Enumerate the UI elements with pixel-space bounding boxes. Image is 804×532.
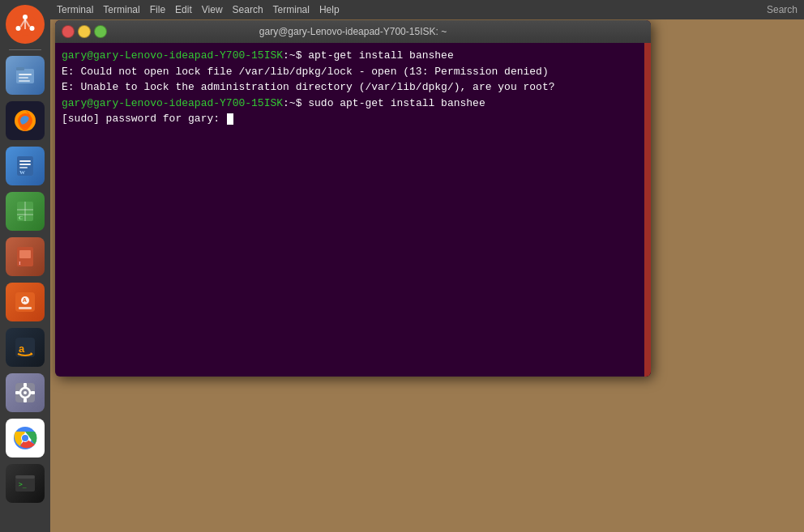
terminal-content[interactable]: gary@gary-Lenovo-ideapad-Y700-15ISK:~$ a… (55, 43, 651, 377)
launcher-icon-ubuntu[interactable] (6, 5, 45, 44)
prompt-1: gary@gary-Lenovo-ideapad-Y700-15ISK (62, 49, 283, 62)
launcher-icon-amazon[interactable]: a (6, 328, 45, 367)
terminal-scrollbar-thumb[interactable] (644, 43, 651, 377)
svg-rect-5 (16, 67, 24, 70)
launcher-icon-impress[interactable]: I (6, 237, 45, 276)
prompt-sep-1: :~$ (283, 49, 302, 62)
svg-rect-6 (19, 74, 32, 75)
launcher-icon-files[interactable] (6, 56, 45, 95)
terminal-titlebar: gary@gary-Lenovo-ideapad-Y700-15ISK: ~ (55, 20, 651, 43)
menu-terminal-app[interactable]: Terminal (57, 4, 93, 15)
menu-edit[interactable]: Edit (175, 4, 192, 15)
launcher-icon-chrome[interactable] (6, 419, 45, 458)
terminal-line-3: E: Unable to lock the administration dir… (62, 79, 644, 96)
terminal-line-4: gary@gary-Lenovo-ideapad-Y700-15ISK:~$ s… (62, 96, 644, 112)
menubar: Terminal Terminal File Edit View Search … (50, 0, 804, 19)
terminal-cursor (227, 113, 233, 125)
menu-terminal[interactable]: Terminal (103, 4, 139, 15)
launcher-icon-writer[interactable]: W (6, 147, 45, 185)
close-button[interactable] (62, 25, 75, 38)
cmd-2: sudo apt-get install banshee (302, 97, 485, 109)
svg-rect-44 (15, 475, 35, 479)
launcher-icon-software[interactable]: A (6, 283, 45, 321)
menu-terminal2[interactable]: Terminal (273, 4, 310, 15)
terminal-scrollbar[interactable] (644, 43, 651, 377)
svg-rect-28 (19, 307, 32, 309)
svg-rect-15 (19, 164, 31, 165)
svg-text:I: I (19, 260, 21, 266)
prompt-2: gary@gary-Lenovo-ideapad-Y700-15ISK (62, 97, 283, 109)
svg-text:>_: >_ (19, 481, 27, 488)
error-2: E: Unable to lock the administration dir… (62, 79, 644, 96)
svg-text:A: A (23, 296, 27, 304)
svg-rect-38 (31, 391, 35, 394)
launcher-separator (9, 49, 41, 50)
launcher: W C I (0, 0, 50, 532)
svg-point-1 (23, 15, 28, 19)
svg-rect-37 (15, 391, 19, 394)
svg-rect-24 (19, 250, 31, 258)
svg-point-2 (30, 26, 35, 31)
svg-point-34 (24, 391, 27, 394)
terminal-line-2: E: Could not open lock file /var/lib/dpk… (62, 64, 644, 80)
terminal-window: gary@gary-Lenovo-ideapad-Y700-15ISK: ~ g… (55, 20, 651, 377)
svg-rect-35 (24, 383, 27, 387)
svg-rect-14 (19, 160, 31, 162)
terminal-line-5: [sudo] password for gary: (62, 111, 644, 127)
svg-text:a: a (19, 343, 25, 355)
svg-rect-7 (19, 77, 28, 79)
svg-point-3 (16, 26, 21, 31)
password-prompt: [sudo] password for gary: (62, 113, 226, 125)
launcher-icon-calc[interactable]: C (6, 192, 45, 231)
svg-text:W: W (19, 169, 25, 176)
maximize-button[interactable] (94, 25, 107, 38)
svg-rect-8 (19, 80, 30, 82)
search-label[interactable]: Search (767, 4, 798, 15)
terminal-title: gary@gary-Lenovo-ideapad-Y700-15ISK: ~ (259, 26, 447, 37)
svg-point-42 (22, 435, 28, 441)
minimize-button[interactable] (78, 25, 91, 38)
launcher-icon-system[interactable] (6, 373, 45, 412)
error-1: E: Could not open lock file /var/lib/dpk… (62, 64, 644, 80)
svg-text:C: C (19, 215, 23, 221)
svg-rect-16 (19, 167, 28, 168)
terminal-line-1: gary@gary-Lenovo-ideapad-Y700-15ISK:~$ a… (62, 48, 644, 64)
cmd-1: apt-get install banshee (302, 49, 453, 62)
menu-file[interactable]: File (150, 4, 165, 15)
launcher-icon-terminal[interactable]: >_ (6, 464, 45, 503)
menu-search[interactable]: Search (233, 4, 263, 15)
menu-help[interactable]: Help (319, 4, 340, 15)
launcher-icon-firefox[interactable] (6, 101, 45, 140)
menu-view[interactable]: View (202, 4, 223, 15)
svg-rect-36 (24, 398, 27, 402)
desktop: Terminal Terminal File Edit View Search … (0, 0, 804, 532)
prompt-sep-2: :~$ (283, 97, 302, 109)
